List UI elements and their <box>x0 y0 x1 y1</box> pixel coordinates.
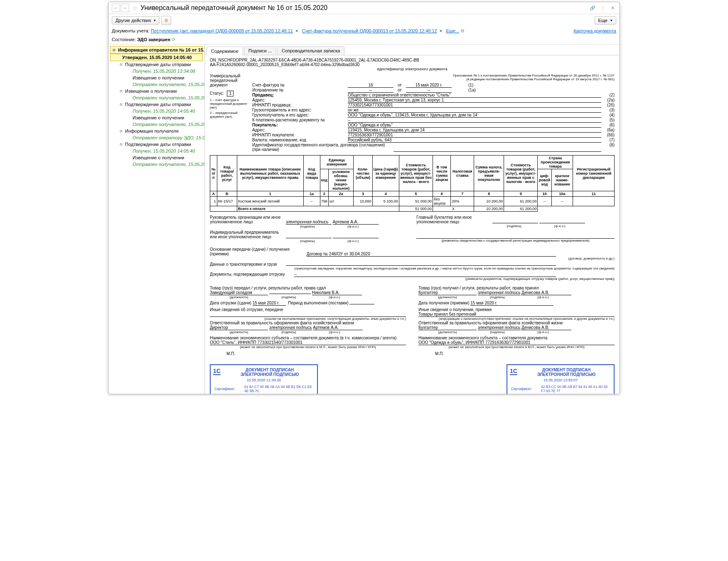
favorite-icon[interactable]: ☆ <box>133 5 138 11</box>
other-actions-button[interactable]: Другие действия <box>112 16 160 25</box>
close-button[interactable]: ✕ <box>609 4 616 12</box>
table-row: 1 КК-15/17 Костюм женский летний -- 796 … <box>210 197 615 206</box>
document-body: ON_NSCHFDOPPR_2AL-A7303297-E6CA-4BD6-A73… <box>205 55 620 394</box>
tree-toggle-icon[interactable]: ⊟ <box>111 47 116 52</box>
status-note-2: 2 – передаточный документ (акт) <box>210 111 248 119</box>
appendix-2: (в редакции постановления Правительства … <box>252 77 615 81</box>
tree-item[interactable]: Извещение о получении <box>110 74 203 81</box>
window-title: Универсальный передаточный документ № 16… <box>140 4 586 12</box>
doc-link-invoice[interactable]: Счет-фактура полученный ОД00-000013 от 1… <box>302 28 437 33</box>
tree-item[interactable]: Отправлен получателю, 15.05.2020 14:0... <box>110 121 203 128</box>
1c-logo-icon: 1C <box>213 368 221 375</box>
forward-button[interactable]: → <box>121 4 129 12</box>
tree-item[interactable]: ⊟Подтверждение даты отправки <box>110 101 203 108</box>
signature-box-sender: 1C ДОКУМЕНТ ПОДПИСАН ЭЛЕКТРОННОЙ ПОДПИСЬ… <box>210 364 318 394</box>
tree-item[interactable]: Получен, 15.05.2020 14:05:40 <box>110 108 203 114</box>
doc-id-caption: идентификатор электронного документа <box>210 67 615 71</box>
tab-signatures[interactable]: Подписи ... <box>244 46 276 55</box>
back-button[interactable]: ← <box>112 4 120 12</box>
tree-item[interactable]: ⊟Информация получателя <box>110 128 203 134</box>
tree-toggle-icon[interactable]: ⊟ <box>118 129 123 133</box>
tab-note[interactable]: Сопроводительная записка <box>277 46 344 55</box>
tree-item[interactable]: ⊟Подтверждение даты отправки <box>110 141 203 148</box>
doc-link-receipt[interactable]: Поступление (акт, накладная) ОД00-000009… <box>151 28 293 33</box>
doc-id-line2: AA-F241A5260682-00001_20200515_83bb9ef7-… <box>210 62 615 67</box>
tree-item[interactable]: Отправлен оператору ЭДО, 15.05.2020 14:0… <box>110 134 203 141</box>
link-icon[interactable]: 🔗 <box>589 4 596 12</box>
gear-icon[interactable]: ⚙ <box>460 28 465 33</box>
tree-item[interactable]: Получен, 15.05.2020 13:34:08 <box>110 68 203 74</box>
tree-toggle-icon[interactable]: ⊟ <box>118 102 123 107</box>
state-label: Состояние: <box>112 37 136 42</box>
tree-item[interactable]: ⊟Подтверждение даты отправки <box>110 61 203 68</box>
signature-box-receiver: 1C ДОКУМЕНТ ПОДПИСАН ЭЛЕКТРОННОЙ ПОДПИСЬ… <box>507 364 615 394</box>
tree-item[interactable]: Отправлен получателю, 15.05.2020 13:38:4… <box>110 94 203 101</box>
tab-content[interactable]: Содержимое <box>207 47 243 55</box>
refresh-icon[interactable]: ⟳ <box>172 37 175 42</box>
status-note-1: 1 – счет-фактура и передаточный документ… <box>210 98 248 109</box>
doc-link-more[interactable]: Еще... <box>446 28 459 33</box>
doc-links-label: Документы учета: <box>112 28 150 33</box>
upd-label: Универсальный передаточный документ <box>210 74 248 87</box>
tree-item[interactable]: ⊟Извещение о получении <box>110 88 203 94</box>
tree-item[interactable]: Извещение о получении <box>110 114 203 121</box>
tree-toggle-icon[interactable]: ⊟ <box>118 89 123 94</box>
total-row: Всего к оплате 51 000,00 X 10 200,00 61 … <box>210 206 615 212</box>
appendix-1: Приложение № 1 к постановлению Правитель… <box>252 74 615 77</box>
tree-item[interactable]: Получен, 15.05.2020 14:05:40 <box>110 148 203 154</box>
more-icon[interactable]: ⋮ <box>599 4 606 12</box>
doc-id-line1: ON_NSCHFDOPPR_2AL-A7303297-E6CA-4BD6-A73… <box>210 58 615 62</box>
structure-icon[interactable]: ⚙ <box>161 16 171 25</box>
sidebar: ⊟ Информация отправителя № 16 от 15.05.2… <box>108 44 205 394</box>
tree-item[interactable]: Извещение о получении <box>110 154 203 161</box>
items-table: № п/п Код товара/ работ, услуг Наименова… <box>210 155 615 212</box>
tree-item[interactable]: Отправлен получателю, 15.05.2020 13:34:1… <box>110 81 203 88</box>
tree-approved[interactable]: Утвержден, 15.05.2020 14:05:40 <box>110 54 203 61</box>
tree-sender-info[interactable]: ⊟ Информация отправителя № 16 от 15.05.2… <box>110 46 203 54</box>
state-value: ЭДО завершен <box>137 37 170 42</box>
tree-toggle-icon[interactable]: ⊟ <box>118 62 123 67</box>
1c-logo-icon: 1C <box>510 368 517 375</box>
doc-card-link[interactable]: Карточка документа <box>573 28 616 33</box>
tree-toggle-icon[interactable]: ⊟ <box>118 142 123 147</box>
status-value: 1 <box>227 91 234 96</box>
more-actions-button[interactable]: Еще <box>595 16 616 25</box>
tree-item[interactable]: Отправлен получателю, 15.05.2020 14:0... <box>110 161 203 168</box>
